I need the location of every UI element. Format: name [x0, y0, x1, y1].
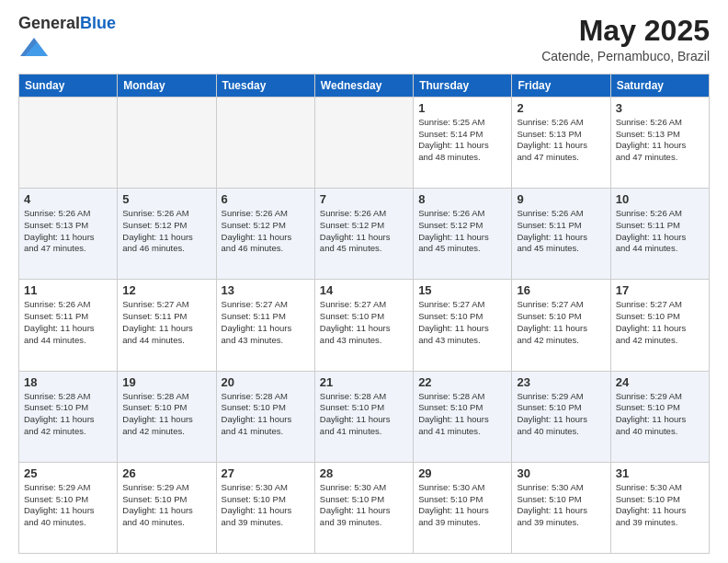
day-number: 14	[320, 283, 408, 297]
day-info: Sunrise: 5:27 AM Sunset: 5:10 PM Dayligh…	[616, 299, 704, 346]
day-number: 10	[616, 192, 704, 206]
calendar-day-cell: 6Sunrise: 5:26 AM Sunset: 5:12 PM Daylig…	[216, 189, 314, 280]
day-info: Sunrise: 5:30 AM Sunset: 5:10 PM Dayligh…	[517, 482, 605, 529]
logo: GeneralBlue	[18, 15, 116, 64]
calendar-day-cell: 2Sunrise: 5:26 AM Sunset: 5:13 PM Daylig…	[512, 97, 610, 188]
calendar-day-cell: 20Sunrise: 5:28 AM Sunset: 5:10 PM Dayli…	[216, 371, 314, 462]
calendar-day-cell: 22Sunrise: 5:28 AM Sunset: 5:10 PM Dayli…	[414, 371, 512, 462]
day-number: 9	[517, 192, 605, 206]
calendar-day-cell: 19Sunrise: 5:28 AM Sunset: 5:10 PM Dayli…	[118, 371, 216, 462]
calendar-day-cell	[216, 97, 314, 188]
day-number: 1	[418, 101, 506, 115]
day-info: Sunrise: 5:29 AM Sunset: 5:10 PM Dayligh…	[517, 391, 605, 438]
day-number: 7	[320, 192, 408, 206]
day-header-thursday: Thursday	[414, 74, 512, 97]
calendar-table: SundayMondayTuesdayWednesdayThursdayFrid…	[18, 74, 710, 554]
day-number: 8	[418, 192, 506, 206]
calendar-day-cell: 4Sunrise: 5:26 AM Sunset: 5:13 PM Daylig…	[19, 189, 118, 280]
calendar-day-cell: 3Sunrise: 5:26 AM Sunset: 5:13 PM Daylig…	[610, 97, 709, 188]
calendar-day-cell: 17Sunrise: 5:27 AM Sunset: 5:10 PM Dayli…	[610, 280, 709, 371]
day-number: 22	[418, 375, 506, 389]
day-info: Sunrise: 5:29 AM Sunset: 5:10 PM Dayligh…	[24, 482, 112, 529]
day-number: 11	[24, 283, 112, 297]
month-year: May 2025	[541, 15, 710, 47]
day-info: Sunrise: 5:27 AM Sunset: 5:10 PM Dayligh…	[517, 299, 605, 346]
calendar-day-cell: 18Sunrise: 5:28 AM Sunset: 5:10 PM Dayli…	[19, 371, 118, 462]
calendar-day-cell: 8Sunrise: 5:26 AM Sunset: 5:12 PM Daylig…	[414, 189, 512, 280]
calendar-header-row: SundayMondayTuesdayWednesdayThursdayFrid…	[19, 74, 710, 97]
location: Catende, Pernambuco, Brazil	[541, 49, 710, 63]
day-header-friday: Friday	[512, 74, 610, 97]
day-info: Sunrise: 5:28 AM Sunset: 5:10 PM Dayligh…	[320, 391, 408, 438]
day-number: 30	[517, 466, 605, 480]
day-number: 31	[616, 466, 704, 480]
day-info: Sunrise: 5:26 AM Sunset: 5:12 PM Dayligh…	[320, 208, 408, 255]
calendar-day-cell: 28Sunrise: 5:30 AM Sunset: 5:10 PM Dayli…	[314, 462, 413, 553]
page: GeneralBlue May 2025 Catende, Pernambuco…	[0, 0, 728, 563]
day-number: 17	[616, 283, 704, 297]
day-number: 29	[418, 466, 506, 480]
day-number: 24	[616, 375, 704, 389]
day-number: 19	[122, 375, 210, 389]
day-header-wednesday: Wednesday	[314, 74, 413, 97]
calendar-day-cell	[314, 97, 413, 188]
day-header-tuesday: Tuesday	[216, 74, 314, 97]
day-number: 16	[517, 283, 605, 297]
calendar-day-cell: 11Sunrise: 5:26 AM Sunset: 5:11 PM Dayli…	[19, 280, 118, 371]
day-number: 26	[122, 466, 210, 480]
day-info: Sunrise: 5:27 AM Sunset: 5:10 PM Dayligh…	[418, 299, 506, 346]
day-info: Sunrise: 5:28 AM Sunset: 5:10 PM Dayligh…	[122, 391, 210, 438]
logo-blue-text: Blue	[80, 14, 116, 32]
calendar-day-cell	[118, 97, 216, 188]
logo-general-text: General	[18, 14, 80, 32]
day-info: Sunrise: 5:28 AM Sunset: 5:10 PM Dayligh…	[24, 391, 112, 438]
day-info: Sunrise: 5:26 AM Sunset: 5:11 PM Dayligh…	[24, 299, 112, 346]
day-number: 21	[320, 375, 408, 389]
logo-icon	[20, 33, 48, 61]
calendar-day-cell: 5Sunrise: 5:26 AM Sunset: 5:12 PM Daylig…	[118, 189, 216, 280]
day-number: 5	[122, 192, 210, 206]
calendar-day-cell: 27Sunrise: 5:30 AM Sunset: 5:10 PM Dayli…	[216, 462, 314, 553]
day-info: Sunrise: 5:26 AM Sunset: 5:13 PM Dayligh…	[517, 117, 605, 164]
calendar-week-row: 1Sunrise: 5:25 AM Sunset: 5:14 PM Daylig…	[19, 97, 710, 188]
calendar-day-cell: 9Sunrise: 5:26 AM Sunset: 5:11 PM Daylig…	[512, 189, 610, 280]
calendar-day-cell: 13Sunrise: 5:27 AM Sunset: 5:11 PM Dayli…	[216, 280, 314, 371]
day-info: Sunrise: 5:26 AM Sunset: 5:11 PM Dayligh…	[616, 208, 704, 255]
day-info: Sunrise: 5:28 AM Sunset: 5:10 PM Dayligh…	[222, 391, 310, 438]
day-info: Sunrise: 5:27 AM Sunset: 5:10 PM Dayligh…	[320, 299, 408, 346]
calendar-day-cell: 21Sunrise: 5:28 AM Sunset: 5:10 PM Dayli…	[314, 371, 413, 462]
day-number: 2	[517, 101, 605, 115]
day-info: Sunrise: 5:26 AM Sunset: 5:12 PM Dayligh…	[418, 208, 506, 255]
day-info: Sunrise: 5:29 AM Sunset: 5:10 PM Dayligh…	[616, 391, 704, 438]
day-number: 18	[24, 375, 112, 389]
calendar-day-cell: 25Sunrise: 5:29 AM Sunset: 5:10 PM Dayli…	[19, 462, 118, 553]
day-info: Sunrise: 5:26 AM Sunset: 5:13 PM Dayligh…	[616, 117, 704, 164]
calendar-day-cell: 23Sunrise: 5:29 AM Sunset: 5:10 PM Dayli…	[512, 371, 610, 462]
day-info: Sunrise: 5:27 AM Sunset: 5:11 PM Dayligh…	[122, 299, 210, 346]
calendar-day-cell: 26Sunrise: 5:29 AM Sunset: 5:10 PM Dayli…	[118, 462, 216, 553]
day-number: 23	[517, 375, 605, 389]
day-number: 4	[24, 192, 112, 206]
day-info: Sunrise: 5:30 AM Sunset: 5:10 PM Dayligh…	[418, 482, 506, 529]
day-number: 25	[24, 466, 112, 480]
calendar-week-row: 11Sunrise: 5:26 AM Sunset: 5:11 PM Dayli…	[19, 280, 710, 371]
day-info: Sunrise: 5:26 AM Sunset: 5:12 PM Dayligh…	[222, 208, 310, 255]
day-number: 28	[320, 466, 408, 480]
day-number: 12	[122, 283, 210, 297]
day-info: Sunrise: 5:28 AM Sunset: 5:10 PM Dayligh…	[418, 391, 506, 438]
day-header-sunday: Sunday	[19, 74, 118, 97]
day-info: Sunrise: 5:26 AM Sunset: 5:13 PM Dayligh…	[24, 208, 112, 255]
day-number: 6	[222, 192, 310, 206]
calendar-day-cell: 14Sunrise: 5:27 AM Sunset: 5:10 PM Dayli…	[314, 280, 413, 371]
day-info: Sunrise: 5:27 AM Sunset: 5:11 PM Dayligh…	[222, 299, 310, 346]
calendar-day-cell: 16Sunrise: 5:27 AM Sunset: 5:10 PM Dayli…	[512, 280, 610, 371]
day-info: Sunrise: 5:25 AM Sunset: 5:14 PM Dayligh…	[418, 117, 506, 164]
header: GeneralBlue May 2025 Catende, Pernambuco…	[18, 15, 710, 64]
day-info: Sunrise: 5:30 AM Sunset: 5:10 PM Dayligh…	[320, 482, 408, 529]
day-number: 27	[222, 466, 310, 480]
calendar-day-cell: 30Sunrise: 5:30 AM Sunset: 5:10 PM Dayli…	[512, 462, 610, 553]
calendar-day-cell: 7Sunrise: 5:26 AM Sunset: 5:12 PM Daylig…	[314, 189, 413, 280]
calendar-day-cell	[19, 97, 118, 188]
day-header-saturday: Saturday	[610, 74, 709, 97]
calendar-day-cell: 10Sunrise: 5:26 AM Sunset: 5:11 PM Dayli…	[610, 189, 709, 280]
